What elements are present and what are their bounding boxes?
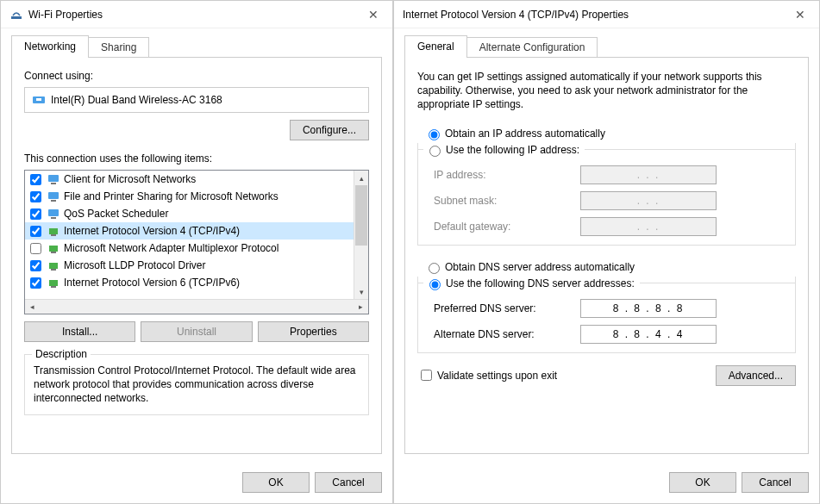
svg-rect-4 [51,183,56,184]
subnet-mask-label: Subnet mask: [434,195,580,207]
close-button-right[interactable]: ✕ [790,6,811,23]
list-item[interactable]: Internet Protocol Version 6 (TCP/IPv6) [25,274,354,291]
list-item-checkbox[interactable] [30,277,41,289]
list-item[interactable]: Internet Protocol Version 4 (TCP/IPv4) [25,222,354,240]
radio-ip-manual[interactable] [429,146,441,157]
tabs-left: Networking Sharing [1,28,392,58]
wifi-properties-dialog: Wi-Fi Properties ✕ Networking Sharing Co… [0,0,393,504]
list-item-checkbox[interactable] [30,243,41,254]
tabs-right: General Alternate Configuration [394,28,819,58]
items-label: This connection uses the following items… [24,152,369,165]
client-service-icon [47,207,60,221]
ok-button-right[interactable]: OK [669,472,736,493]
scroll-down-arrow-icon[interactable]: ▾ [354,284,368,299]
list-item-label: File and Printer Sharing for Microsoft N… [64,190,279,202]
svg-rect-3 [48,175,59,182]
tab-alternate-config[interactable]: Alternate Configuration [466,37,598,58]
list-item-checkbox[interactable] [30,191,41,202]
scroll-left-arrow-icon[interactable]: ◂ [25,300,40,314]
svg-rect-8 [51,217,56,219]
svg-rect-14 [51,269,56,271]
tab-body-networking: Connect using: Intel(R) Dual Band Wirele… [11,57,382,454]
list-item[interactable]: File and Printer Sharing for Microsoft N… [25,188,354,205]
protocol-icon [47,276,60,289]
description-text: Transmission Control Protocol/Internet P… [34,364,360,406]
scroll-up-arrow-icon[interactable]: ▴ [354,171,368,185]
scrollbar-thumb[interactable] [355,185,367,246]
svg-rect-10 [51,234,56,236]
footer-left: OK Cancel [1,462,392,503]
svg-rect-12 [51,252,56,253]
titlebar-right: Internet Protocol Version 4 (TCP/IPv4) P… [394,1,819,28]
connection-items-list[interactable]: Client for Microsoft NetworksFile and Pr… [24,170,369,314]
adapter-name: Intel(R) Dual Band Wireless-AC 3168 [51,94,222,106]
list-item-label: Internet Protocol Version 4 (TCP/IPv4) [64,225,240,237]
list-item-label: Client for Microsoft Networks [64,173,196,185]
tab-sharing[interactable]: Sharing [88,37,149,58]
radio-ip-auto-row[interactable]: Obtain an IP address automatically [417,124,796,143]
list-item[interactable]: Client for Microsoft Networks [25,171,354,188]
validate-checkbox[interactable] [421,370,432,381]
scroll-right-arrow-icon[interactable]: ▸ [354,300,368,314]
alternate-dns-label: Alternate DNS server: [434,328,580,340]
svg-rect-7 [48,209,59,216]
radio-ip-manual-label: Use the following IP address: [446,144,579,156]
intro-text: You can get IP settings assigned automat… [417,70,796,112]
radio-dns-auto[interactable] [429,263,440,274]
list-item-label: Microsoft Network Adapter Multiplexor Pr… [64,242,279,254]
ip-manual-group: Use the following IP address: IP address… [417,143,796,246]
list-item[interactable]: QoS Packet Scheduler [25,205,354,222]
list-item[interactable]: Microsoft Network Adapter Multiplexor Pr… [25,240,354,257]
protocol-icon [47,241,60,255]
validate-checkbox-row[interactable]: Validate settings upon exit [417,367,557,383]
properties-button[interactable]: Properties [258,321,369,342]
radio-dns-manual-row[interactable]: Use the following DNS server addresses: [423,277,636,290]
preferred-dns-input[interactable]: 8 . 8 . 8 . 8 [580,299,717,318]
adapter-box[interactable]: Intel(R) Dual Band Wireless-AC 3168 [24,87,369,113]
close-button-left[interactable]: ✕ [363,6,384,23]
cancel-button-left[interactable]: Cancel [315,472,382,493]
ipv4-properties-dialog: Internet Protocol Version 4 (TCP/IPv4) P… [393,0,820,504]
list-item[interactable]: Microsoft LLDP Protocol Driver [25,257,354,274]
radio-ip-auto[interactable] [429,129,440,140]
tab-networking[interactable]: Networking [11,35,89,58]
svg-rect-2 [36,98,41,101]
radio-dns-auto-row[interactable]: Obtain DNS server address automatically [417,258,796,277]
protocol-icon [47,224,60,238]
list-item-checkbox[interactable] [30,174,41,185]
list-item-label: Internet Protocol Version 6 (TCP/IPv6) [64,277,240,289]
configure-button[interactable]: Configure... [290,120,369,140]
dialog-title-right: Internet Protocol Version 4 (TCP/IPv4) P… [403,9,790,21]
svg-rect-6 [51,200,56,202]
install-button[interactable]: Install... [24,321,135,342]
list-item-checkbox[interactable] [30,226,41,237]
advanced-button[interactable]: Advanced... [716,365,796,386]
horizontal-scrollbar[interactable]: ◂ ▸ [25,299,368,314]
radio-dns-manual-label: Use the following DNS server addresses: [446,277,635,289]
validate-label: Validate settings upon exit [437,370,557,382]
svg-rect-0 [11,16,22,19]
radio-ip-manual-row[interactable]: Use the following IP address: [423,143,581,157]
list-item-label: Microsoft LLDP Protocol Driver [64,259,206,271]
footer-right: OK Cancel [394,462,819,503]
dialog-title: Wi-Fi Properties [28,9,363,21]
description-title: Description [32,348,91,360]
svg-rect-15 [49,280,58,286]
client-service-icon [47,172,60,186]
vertical-scrollbar[interactable]: ▴ ▾ [354,171,368,299]
list-item-checkbox[interactable] [30,260,41,271]
uninstall-button: Uninstall [141,321,252,342]
list-item-checkbox[interactable] [30,208,41,220]
wifi-adapter-icon [9,8,23,22]
ok-button-left[interactable]: OK [242,472,310,493]
radio-dns-auto-label: Obtain DNS server address automatically [445,261,635,273]
tab-general[interactable]: General [404,35,467,58]
cancel-button-right[interactable]: Cancel [742,472,809,493]
radio-dns-manual[interactable] [429,279,441,290]
client-service-icon [47,190,60,203]
network-adapter-icon [32,93,46,107]
protocol-icon [47,258,60,272]
connect-using-label: Connect using: [24,70,369,82]
svg-rect-13 [49,263,58,269]
alternate-dns-input[interactable]: 8 . 8 . 4 . 4 [580,325,717,344]
